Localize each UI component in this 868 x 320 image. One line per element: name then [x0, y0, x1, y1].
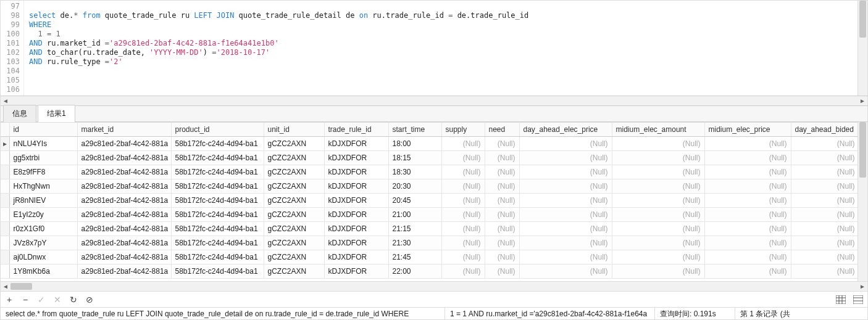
cell-start_time[interactable]: 21:00: [388, 208, 441, 222]
cell-product_id[interactable]: 58b172fc-c24d-4d94-ba1: [171, 179, 264, 194]
grid-v-scrollbar[interactable]: [858, 122, 867, 281]
cell-trade_rule_id[interactable]: kDJXDFOR: [324, 250, 388, 265]
cell-day_ahead_bided[interactable]: (Null): [791, 179, 858, 194]
cell-product_id[interactable]: 58b172fc-c24d-4d94-ba1: [171, 265, 264, 279]
stop-button[interactable]: ⊘: [85, 295, 94, 305]
cell-trade_rule_id[interactable]: kDJXDFOR: [324, 179, 388, 194]
row-indicator[interactable]: ▸: [1, 137, 9, 151]
cell-day_ahead_bided[interactable]: (Null): [791, 222, 858, 236]
result-grid[interactable]: idmarket_idproduct_idunit_idtrade_rule_i…: [1, 122, 858, 281]
scrollbar-thumb[interactable]: [859, 1, 866, 38]
cell-supply[interactable]: (Null): [441, 222, 485, 236]
column-header-need[interactable]: need: [485, 123, 519, 137]
cell-midium_elec_price[interactable]: (Null): [704, 165, 791, 179]
cell-unit_id[interactable]: gCZC2AXN: [264, 151, 324, 165]
row-indicator[interactable]: [1, 194, 9, 208]
table-row[interactable]: ▸nNLU4YIsa29c81ed-2baf-4c42-881a58b172fc…: [1, 137, 858, 151]
cell-product_id[interactable]: 58b172fc-c24d-4d94-ba1: [171, 194, 264, 208]
cell-unit_id[interactable]: gCZC2AXN: [264, 208, 324, 222]
cell-day_ahead_elec_price[interactable]: (Null): [519, 194, 612, 208]
cell-midium_elec_price[interactable]: (Null): [704, 265, 791, 279]
cell-day_ahead_bided[interactable]: (Null): [791, 208, 858, 222]
cell-market_id[interactable]: a29c81ed-2baf-4c42-881a: [77, 208, 171, 222]
cell-supply[interactable]: (Null): [441, 250, 485, 265]
cell-unit_id[interactable]: gCZC2AXN: [264, 194, 324, 208]
cell-midium_elec_price[interactable]: (Null): [704, 208, 791, 222]
column-header-midium_elec_amount[interactable]: midium_elec_amount: [612, 123, 704, 137]
delete-row-button[interactable]: −: [20, 295, 30, 305]
cell-start_time[interactable]: 21:30: [388, 236, 441, 250]
cell-product_id[interactable]: 58b172fc-c24d-4d94-ba1: [171, 165, 264, 179]
cell-midium_elec_price[interactable]: (Null): [704, 194, 791, 208]
cell-day_ahead_bided[interactable]: (Null): [791, 265, 858, 279]
cell-midium_elec_amount[interactable]: (Null): [612, 208, 704, 222]
cell-midium_elec_price[interactable]: (Null): [704, 250, 791, 265]
column-header-day_ahead_elec_price[interactable]: day_ahead_elec_price: [519, 123, 612, 137]
cell-need[interactable]: (Null): [485, 151, 519, 165]
row-indicator[interactable]: [1, 236, 9, 250]
cell-need[interactable]: (Null): [485, 179, 519, 194]
cell-product_id[interactable]: 58b172fc-c24d-4d94-ba1: [171, 208, 264, 222]
cell-midium_elec_amount[interactable]: (Null): [612, 165, 704, 179]
cell-day_ahead_bided[interactable]: (Null): [791, 165, 858, 179]
cell-day_ahead_elec_price[interactable]: (Null): [519, 151, 612, 165]
scroll-right-icon[interactable]: ►: [858, 96, 867, 105]
cell-midium_elec_amount[interactable]: (Null): [612, 151, 704, 165]
cell-day_ahead_elec_price[interactable]: (Null): [519, 165, 612, 179]
cell-midium_elec_amount[interactable]: (Null): [612, 179, 704, 194]
cell-market_id[interactable]: a29c81ed-2baf-4c42-881a: [77, 265, 171, 279]
cell-unit_id[interactable]: gCZC2AXN: [264, 137, 324, 151]
row-indicator[interactable]: [1, 222, 9, 236]
cell-day_ahead_elec_price[interactable]: (Null): [519, 236, 612, 250]
cell-midium_elec_price[interactable]: (Null): [704, 236, 791, 250]
cell-day_ahead_bided[interactable]: (Null): [791, 137, 858, 151]
grid-h-scrollbar[interactable]: ◄ ►: [1, 281, 867, 291]
cell-supply[interactable]: (Null): [441, 265, 485, 279]
cell-trade_rule_id[interactable]: kDJXDFOR: [324, 236, 388, 250]
cell-midium_elec_amount[interactable]: (Null): [612, 236, 704, 250]
cell-supply[interactable]: (Null): [441, 208, 485, 222]
cell-need[interactable]: (Null): [485, 250, 519, 265]
cell-need[interactable]: (Null): [485, 137, 519, 151]
grid-view-button[interactable]: [835, 295, 846, 305]
cell-supply[interactable]: (Null): [441, 179, 485, 194]
cell-market_id[interactable]: a29c81ed-2baf-4c42-881a: [77, 194, 171, 208]
cell-product_id[interactable]: 58b172fc-c24d-4d94-ba1: [171, 137, 264, 151]
column-header-day_ahead_bided[interactable]: day_ahead_bided: [791, 123, 858, 137]
column-header-product_id[interactable]: product_id: [171, 123, 264, 137]
cell-day_ahead_elec_price[interactable]: (Null): [519, 179, 612, 194]
cell-need[interactable]: (Null): [485, 208, 519, 222]
cell-day_ahead_bided[interactable]: (Null): [791, 236, 858, 250]
cell-trade_rule_id[interactable]: kDJXDFOR: [324, 165, 388, 179]
table-row[interactable]: jR8nNIEVa29c81ed-2baf-4c42-881a58b172fc-…: [1, 194, 858, 208]
table-row[interactable]: 1Y8mKb6aa29c81ed-2baf-4c42-881a58b172fc-…: [1, 265, 858, 279]
cell-midium_elec_amount[interactable]: (Null): [612, 222, 704, 236]
cell-id[interactable]: HxThgNwn: [9, 179, 77, 194]
cell-need[interactable]: (Null): [485, 265, 519, 279]
cell-id[interactable]: nNLU4YIs: [9, 137, 77, 151]
cell-product_id[interactable]: 58b172fc-c24d-4d94-ba1: [171, 236, 264, 250]
row-indicator[interactable]: [1, 250, 9, 265]
row-indicator[interactable]: [1, 265, 9, 279]
cell-day_ahead_bided[interactable]: (Null): [791, 151, 858, 165]
cell-midium_elec_amount[interactable]: (Null): [612, 250, 704, 265]
cell-midium_elec_amount[interactable]: (Null): [612, 137, 704, 151]
cell-day_ahead_elec_price[interactable]: (Null): [519, 222, 612, 236]
cell-supply[interactable]: (Null): [441, 165, 485, 179]
cell-supply[interactable]: (Null): [441, 236, 485, 250]
row-indicator[interactable]: [1, 179, 9, 194]
table-row[interactable]: E8z9fFF8a29c81ed-2baf-4c42-881a58b172fc-…: [1, 165, 858, 179]
editor-v-scrollbar[interactable]: [858, 1, 867, 96]
table-row[interactable]: gg5xtrbia29c81ed-2baf-4c42-881a58b172fc-…: [1, 151, 858, 165]
table-row[interactable]: JVz8x7pYa29c81ed-2baf-4c42-881a58b172fc-…: [1, 236, 858, 250]
cell-start_time[interactable]: 20:30: [388, 179, 441, 194]
cell-unit_id[interactable]: gCZC2AXN: [264, 179, 324, 194]
cell-market_id[interactable]: a29c81ed-2baf-4c42-881a: [77, 151, 171, 165]
cell-market_id[interactable]: a29c81ed-2baf-4c42-881a: [77, 165, 171, 179]
cell-id[interactable]: 1Y8mKb6a: [9, 265, 77, 279]
editor-h-scrollbar[interactable]: ◄ ►: [1, 96, 867, 106]
cell-unit_id[interactable]: gCZC2AXN: [264, 165, 324, 179]
cell-product_id[interactable]: 58b172fc-c24d-4d94-ba1: [171, 151, 264, 165]
form-view-button[interactable]: [853, 295, 864, 305]
cell-start_time[interactable]: 18:30: [388, 165, 441, 179]
